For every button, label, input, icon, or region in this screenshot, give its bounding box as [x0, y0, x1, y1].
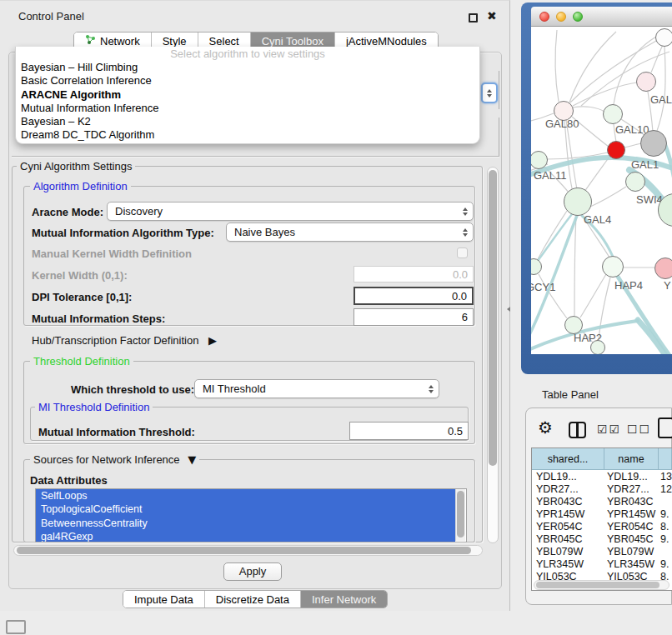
- which-threshold-select[interactable]: MI Threshold: [194, 379, 439, 398]
- which-threshold-label: Which threshold to use:: [71, 383, 194, 396]
- algorithm-option-bayesian-k2[interactable]: Bayesian – K2: [16, 115, 479, 128]
- table-cell: YPR145W: [604, 508, 659, 521]
- mi-steps-field[interactable]: 6: [354, 308, 474, 326]
- combo-arrows-icon: [463, 228, 468, 237]
- tab-discretize-data[interactable]: Discretize Data: [204, 591, 300, 608]
- attributes-scrollbar-thumb[interactable]: [457, 491, 464, 538]
- table-row[interactable]: YER054CYER054C8.: [532, 521, 672, 533]
- table-cell: YBL079W: [604, 546, 659, 558]
- table-header-row: shared...name: [532, 448, 672, 470]
- column-header-name[interactable]: name: [604, 448, 659, 470]
- table-row[interactable]: YLR345WYLR345W9.: [532, 558, 672, 571]
- minimized-panel-icon[interactable]: [6, 620, 26, 634]
- network-canvas[interactable]: GAL7GAL80GAL10GAL1GAL11SWI4GAL4GCY1HAP4Y…: [531, 27, 672, 354]
- algorithm-option-aracne-algorithm[interactable]: ARACNE Algorithm: [16, 88, 479, 102]
- attribute-item-gal4rgexp[interactable]: gal4RGexp: [36, 530, 455, 542]
- columns-icon[interactable]: [569, 422, 586, 438]
- network-node[interactable]: [640, 130, 667, 157]
- close-window-icon[interactable]: [539, 12, 549, 22]
- algorithm-option-bayesian-hill-climbing[interactable]: Bayesian – Hill Climbing: [16, 61, 479, 74]
- table-row[interactable]: YPR145WYPR145W9.: [532, 508, 672, 521]
- manual-kernel-checkbox[interactable]: [457, 248, 468, 258]
- kernel-width-value: 0.0: [453, 268, 468, 281]
- settings-hscrollbar-thumb[interactable]: [17, 547, 471, 554]
- table-cell: 9.: [659, 558, 672, 571]
- network-node[interactable]: [655, 28, 672, 47]
- algorithm-option-list: Bayesian – Hill ClimbingBasic Correlatio…: [16, 61, 479, 142]
- algorithm-dropdown-placeholder: Select algorithm to view settings: [16, 47, 479, 61]
- algorithm-definition-title: Algorithm Definition: [30, 181, 131, 192]
- attribute-item-selfloops[interactable]: SelfLoops: [36, 489, 455, 502]
- attributes-scrollbar[interactable]: [455, 489, 465, 541]
- table-hscrollbar-thumb[interactable]: [536, 582, 659, 588]
- table-cell: 8.: [659, 571, 672, 580]
- settings-horizontal-scrollbar[interactable]: [13, 545, 483, 556]
- hub-expander[interactable]: Hub/Transcription Factor Definition ▶: [32, 334, 217, 347]
- minimize-window-icon[interactable]: [556, 12, 566, 22]
- aracne-mode-select[interactable]: Discovery: [107, 202, 474, 221]
- deselect-all-checkboxes-icon[interactable]: ☐☐: [627, 422, 651, 436]
- float-panel-icon[interactable]: [469, 13, 478, 22]
- table-cell: YLR345W: [604, 558, 659, 571]
- cyni-settings-title: Cyni Algorithm Settings: [17, 161, 135, 172]
- table-panel-title: Table Panel: [542, 388, 599, 401]
- close-icon[interactable]: ✖: [487, 9, 497, 22]
- table-horizontal-scrollbar[interactable]: [534, 580, 669, 590]
- attribute-item-betweennesscentrality[interactable]: BetweennessCentrality: [36, 517, 455, 530]
- column-header[interactable]: [659, 448, 672, 470]
- algorithm-option-basic-correlation-inference[interactable]: Basic Correlation Inference: [16, 74, 479, 88]
- table-row[interactable]: YBR043CYBR043C: [532, 496, 672, 508]
- network-node-hap4[interactable]: [602, 256, 624, 278]
- select-all-checkboxes-icon[interactable]: ☑☑: [597, 422, 621, 436]
- kernel-width-label: Kernel Width (0,1):: [32, 269, 128, 282]
- attribute-item-topologicalcoefficient[interactable]: TopologicalCoefficient: [36, 502, 455, 516]
- network-node-gal4[interactable]: [564, 188, 592, 216]
- new-table-icon[interactable]: [658, 418, 672, 438]
- table-row[interactable]: YDR27...YDR27...12: [532, 483, 672, 496]
- tab-label: Select: [209, 35, 239, 48]
- apply-button[interactable]: Apply: [223, 562, 282, 581]
- tab-impute-data[interactable]: Impute Data: [123, 591, 204, 608]
- network-window-titlebar[interactable]: [531, 7, 672, 27]
- algorithm-option-mutual-information-inference[interactable]: Mutual Information Inference: [16, 102, 479, 115]
- algorithm-option-dream8-dc-tdc-algorithm[interactable]: Dream8 DC_TDC Algorithm: [16, 128, 479, 142]
- kernel-width-field[interactable]: 0.0: [354, 266, 474, 282]
- table-cell: YER054C: [604, 521, 659, 533]
- network-node-gal10[interactable]: [603, 104, 623, 124]
- column-header-shared[interactable]: shared...: [532, 448, 604, 470]
- network-node-gal1[interactable]: [607, 141, 625, 159]
- gear-icon[interactable]: ⚙: [538, 418, 553, 438]
- expander-arrow-icon: ▶: [208, 334, 217, 347]
- settings-vertical-scrollbar[interactable]: [487, 167, 499, 543]
- table-cell: YBR043C: [604, 496, 659, 508]
- mi-threshold-field[interactable]: 0.5: [349, 422, 469, 440]
- table-row[interactable]: YDL19...YDL19...13: [532, 471, 672, 483]
- network-node[interactable]: [590, 340, 605, 354]
- table-cell: YDL19...: [532, 471, 604, 483]
- node-label-gal4: GAL4: [584, 213, 611, 226]
- network-node-gal7[interactable]: [636, 72, 656, 92]
- tab-label: Cyni Toolbox: [262, 35, 323, 48]
- table-row[interactable]: YBR045CYBR045C9.: [532, 533, 672, 546]
- network-node-y[interactable]: [654, 258, 672, 279]
- table-row[interactable]: YBL079WYBL079W: [532, 546, 672, 558]
- splitter-collapse-icon[interactable]: [507, 307, 510, 312]
- dpi-tolerance-field[interactable]: 0.0: [354, 287, 474, 305]
- stepper-down-icon: [487, 94, 492, 98]
- settings-vscrollbar-thumb[interactable]: [489, 170, 497, 466]
- tab-infer-network[interactable]: Infer Network: [300, 591, 387, 608]
- obscured-combo-stepper[interactable]: [481, 82, 498, 103]
- zoom-window-icon[interactable]: [573, 12, 583, 22]
- table-cell: YIL053C: [532, 571, 604, 580]
- table-cell: YLR345W: [532, 558, 604, 571]
- data-attributes-list[interactable]: SelfLoopsTopologicalCoefficientBetweenne…: [35, 488, 467, 542]
- node-label-gal80: GAL80: [545, 118, 579, 130]
- aracne-mode-label: Aracne Mode:: [32, 206, 103, 218]
- stepper-up-icon: [487, 89, 492, 92]
- mi-threshold-label: Mutual Information Threshold:: [38, 426, 195, 438]
- mi-algorithm-type-select[interactable]: Naive Bayes: [226, 222, 474, 242]
- algorithm-dropdown-popup: Select algorithm to view settings Bayesi…: [15, 47, 480, 144]
- network-node-swi4[interactable]: [625, 172, 645, 192]
- table-row[interactable]: YIL053CYIL053C8.: [532, 571, 672, 580]
- sources-title[interactable]: Sources for Network Inference ▼: [30, 454, 199, 466]
